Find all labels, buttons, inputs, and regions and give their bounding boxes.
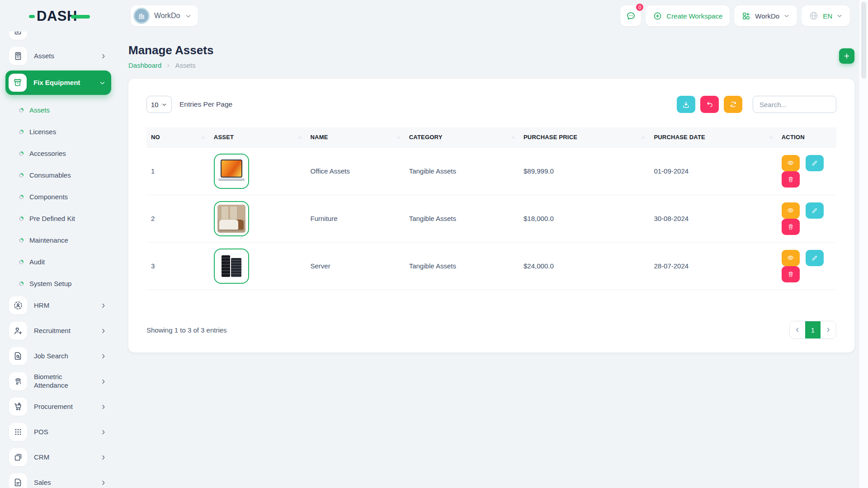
export-button[interactable] xyxy=(677,96,695,113)
sidebar-subitem-components[interactable]: Components xyxy=(6,186,110,208)
bullet-icon xyxy=(19,151,24,156)
column-header-purchase-date[interactable]: PURCHASE DATE↑↓ xyxy=(649,127,777,147)
column-header-purchase-price[interactable]: PURCHASE PRICE↑↓ xyxy=(519,127,649,147)
create-workspace-button[interactable]: Create Workspace xyxy=(646,5,730,26)
messages-badge: 0 xyxy=(635,3,644,12)
edit-button[interactable] xyxy=(806,202,824,219)
scrollbar-thumb[interactable] xyxy=(861,2,866,79)
sidebar-subitem-consumables[interactable]: Consumables xyxy=(6,164,110,186)
entries-per-page-label: Entries Per Page xyxy=(179,100,232,108)
cell-purchase-price: $18,000.0 xyxy=(519,195,649,242)
sort-icon[interactable]: ↑↓ xyxy=(298,135,301,140)
pencil-icon xyxy=(811,254,818,262)
logo-accent-bar xyxy=(71,15,90,19)
app-logo: DASH xyxy=(29,8,90,24)
sidebar-subitem-licenses[interactable]: Licenses xyxy=(6,121,110,143)
sidebar-item-fix-equipment[interactable]: Fix Equipment xyxy=(5,70,111,95)
cell-purchase-price: $24,000.0 xyxy=(519,242,649,290)
bullet-icon xyxy=(19,108,24,113)
sidebar-subitem-audit[interactable]: Audit xyxy=(6,251,110,273)
bullet-icon xyxy=(19,173,24,178)
chevron-down-icon xyxy=(783,13,790,19)
bullet-icon xyxy=(19,195,24,199)
archive-icon xyxy=(9,74,27,92)
pagination-next-button[interactable] xyxy=(821,321,836,338)
copy-icon xyxy=(9,448,27,466)
delete-button[interactable] xyxy=(782,266,800,282)
sort-icon[interactable]: ↑↓ xyxy=(769,135,773,140)
sidebar-item-crm[interactable]: CRM xyxy=(6,446,110,468)
pagination-prev-button[interactable] xyxy=(790,321,805,338)
chevron-right-icon xyxy=(100,302,107,309)
eye-icon xyxy=(787,159,794,167)
column-header-asset[interactable]: ASSET↑↓ xyxy=(209,127,306,147)
workspace-selector[interactable]: WorkDo xyxy=(131,5,198,26)
sidebar-subitem-accessories[interactable]: Accessories xyxy=(6,143,110,164)
view-button[interactable] xyxy=(782,250,800,266)
sort-icon[interactable]: ↑↓ xyxy=(397,135,400,140)
chevron-right-icon xyxy=(165,63,171,68)
cell-category: Tangible Assets xyxy=(405,147,519,195)
asset-image-server xyxy=(214,249,249,284)
sidebar-item-hrm[interactable]: HRM xyxy=(6,295,110,316)
sidebar-item-recruitment[interactable]: Recruitment xyxy=(6,320,110,342)
logo-accent-dash xyxy=(29,15,35,18)
add-asset-button[interactable] xyxy=(839,48,854,64)
page-scrollbar[interactable] xyxy=(859,0,868,488)
cart-icon xyxy=(9,398,27,416)
sidebar-subitem-pre-defined-kit[interactable]: Pre Defined Kit xyxy=(6,208,110,230)
bullet-icon xyxy=(19,260,24,264)
reset-button[interactable] xyxy=(700,96,719,113)
showing-entries-text: Showing 1 to 3 of 3 entries xyxy=(146,326,227,334)
sort-icon[interactable]: ↑↓ xyxy=(642,135,645,140)
table-row: 2 Furniture Tangible Assets $18,000.0 30… xyxy=(146,195,836,242)
hrm-icon xyxy=(9,296,27,314)
pencil-icon xyxy=(811,207,818,214)
sidebar-item-job-search[interactable]: Job Search xyxy=(6,345,110,367)
pagination: 1 xyxy=(789,321,836,339)
sort-icon[interactable]: ↑↓ xyxy=(202,135,205,140)
chevron-right-icon xyxy=(825,327,831,333)
bullet-icon xyxy=(19,282,24,286)
view-button[interactable] xyxy=(782,155,800,171)
sidebar-subitem-maintenance[interactable]: Maintenance xyxy=(6,230,110,251)
breadcrumb-dashboard-link[interactable]: Dashboard xyxy=(128,61,161,69)
sidebar-item-item[interactable] xyxy=(6,32,110,42)
search-input[interactable] xyxy=(753,96,836,113)
chevron-left-icon xyxy=(794,327,801,333)
messages-button[interactable]: 0 xyxy=(620,5,641,26)
sidebar-item-pos[interactable]: POS xyxy=(6,421,110,443)
refresh-button[interactable] xyxy=(724,96,742,113)
view-button[interactable] xyxy=(782,202,800,219)
entries-per-page-value: 10 xyxy=(151,101,159,108)
column-header-category[interactable]: CATEGORY↑↓ xyxy=(405,127,519,147)
sidebar-item-procurement[interactable]: Procurement xyxy=(6,396,110,418)
sort-icon[interactable]: ↑↓ xyxy=(511,135,514,140)
sidebar-item-sales[interactable]: Sales xyxy=(6,472,110,488)
sidebar-subitem-assets[interactable]: Assets xyxy=(6,99,110,121)
cell-category: Tangible Assets xyxy=(405,195,519,242)
pagination-current-page[interactable]: 1 xyxy=(805,321,821,338)
refresh-icon xyxy=(729,100,737,108)
entries-per-page-select[interactable]: 10 xyxy=(146,96,172,113)
language-selector[interactable]: EN xyxy=(802,5,850,26)
chevron-right-icon xyxy=(100,378,107,385)
calc-icon xyxy=(9,47,27,65)
workdo-menu-button[interactable]: WorkDo xyxy=(734,5,797,26)
chevron-right-icon xyxy=(100,479,107,486)
chevron-right-icon xyxy=(100,404,107,410)
delete-button[interactable] xyxy=(782,219,800,235)
sidebar-item-biometric-attendance[interactable]: Biometric Attendance xyxy=(6,371,110,392)
cell-purchase-date: 01-09-2024 xyxy=(649,147,777,195)
column-header-name[interactable]: NAME↑↓ xyxy=(306,127,404,147)
chevron-down-icon xyxy=(161,102,167,108)
cell-purchase-date: 30-08-2024 xyxy=(649,195,777,242)
bullet-icon xyxy=(19,216,24,221)
column-header-no[interactable]: NO↑↓ xyxy=(146,127,209,147)
sidebar-subitem-system-setup[interactable]: System Setup xyxy=(6,273,110,295)
edit-button[interactable] xyxy=(806,155,824,171)
edit-button[interactable] xyxy=(806,250,824,266)
plus-icon xyxy=(843,52,851,60)
sidebar-item-assets[interactable]: Assets xyxy=(6,45,110,67)
delete-button[interactable] xyxy=(782,171,800,188)
